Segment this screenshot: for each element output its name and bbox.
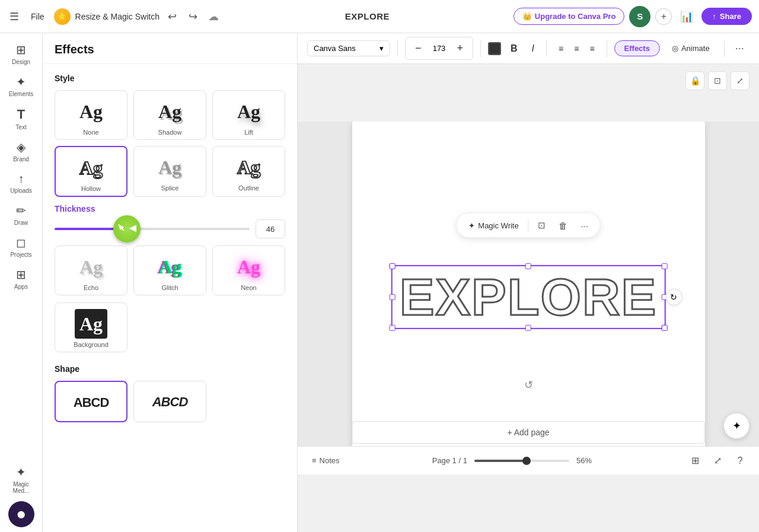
style-lift-label: Lift [244,129,253,136]
zoom-slider[interactable] [474,460,569,462]
style-neon[interactable]: Ag Neon [212,246,285,295]
italic-button[interactable]: I [527,40,539,57]
style-background[interactable]: Ag Background [55,302,127,352]
magic-write-icon: ✦ [468,221,475,230]
fullscreen-button[interactable]: ⤢ [708,451,727,470]
canvas-background[interactable]: ✦ Magic Write ⊡ 🗑 ··· [298,122,759,474]
style-background-preview: Ag [75,309,107,339]
align-left-button[interactable]: ≡ [554,41,568,56]
thickness-slider[interactable] [55,223,250,235]
magic-icon: ✦ [16,465,26,479]
style-glitch[interactable]: Ag Glitch [133,246,206,295]
style-echo[interactable]: Ag Echo [55,246,127,295]
sidebar-item-elements[interactable]: ✦ Elements [4,70,39,101]
zoom-thumb[interactable] [522,457,531,465]
thickness-row: 46 [55,219,285,238]
sidebar-item-brand[interactable]: ◈ Brand [4,135,39,166]
toolbar-sep [528,219,529,231]
text-element-selected[interactable]: ↻ EXPLORE [391,265,666,329]
redo-button[interactable]: ↪ [185,8,201,26]
shape-section-label: Shape [55,364,285,374]
expand-button[interactable]: ⤢ [731,71,750,90]
canva-logo: ⭐ [54,8,71,25]
align-right-button[interactable]: ≡ [585,41,599,56]
shape-italic[interactable]: ABCD [133,381,206,422]
rotate-handle[interactable]: ↻ [665,288,682,305]
document-title[interactable]: EXPLORE [345,11,390,21]
effects-button[interactable]: Effects [614,40,660,56]
thickness-thumb[interactable] [113,215,141,243]
file-button[interactable]: File [26,9,49,24]
lock-button[interactable]: 🔒 [685,71,704,90]
style-outline-label: Outline [238,184,259,192]
brand-icon: ◈ [17,140,25,154]
resize-handle-bm[interactable] [525,324,531,330]
shape-italic-preview: ABCD [152,387,188,417]
resize-handle-br[interactable] [661,324,667,330]
style-splice[interactable]: Ag Splice [133,146,206,197]
sidebar-item-projects[interactable]: ◻ Projects [4,231,39,262]
assistant-button[interactable]: ✦ [723,413,750,439]
font-size-minus[interactable]: − [410,39,426,58]
style-section-label: Style [55,74,285,83]
element-more-button[interactable]: ··· [576,217,593,234]
style-outline[interactable]: Ag Outline [212,146,285,197]
resize-handle-tl[interactable] [390,263,396,269]
sidebar-item-label: Projects [10,251,31,258]
resize-handle-tm[interactable] [525,263,531,269]
font-size-plus[interactable]: + [452,39,468,58]
style-none[interactable]: Ag None [55,90,127,140]
sidebar-item-text[interactable]: T Text [4,102,39,134]
bottom-bar: ≡ Notes Page 1 / 1 56% [298,446,759,474]
refresh-icon[interactable]: ↺ [519,375,538,394]
style-background-label: Background [74,341,109,348]
help-button[interactable]: ? [731,451,750,470]
add-page-button[interactable]: + Add page [352,421,705,444]
sidebar-item-design[interactable]: ⊞ Design [4,38,39,69]
magic-circle-button[interactable]: ⬤ [8,501,34,527]
toolbar-separator-3 [546,40,547,57]
duplicate-button[interactable]: ⊡ [708,71,727,90]
style-none-label: None [83,129,98,136]
share-button[interactable]: ↑ Share [701,8,752,25]
toolbar-separator-4 [607,40,607,57]
resize-handle-ml[interactable] [390,294,396,300]
sidebar-item-apps[interactable]: ⊞ Apps [4,263,39,294]
bold-button[interactable]: B [506,40,522,57]
grid-view-button[interactable]: ⊞ [685,451,704,470]
user-avatar[interactable]: S [629,6,650,27]
thickness-label: Thickness [55,204,285,214]
style-hollow[interactable]: Ag Hollow [55,146,127,197]
resize-handle-tr[interactable] [661,263,667,269]
style-shadow[interactable]: Ag Shadow [133,90,206,140]
sidebar-item-magic[interactable]: ✦ Magic Med... [4,460,39,498]
shape-normal[interactable]: ABCD [55,381,127,422]
topbar-title: Resize & Magic Switch [75,12,160,21]
copy-element-button[interactable]: ⊡ [534,217,550,234]
upgrade-button[interactable]: 👑 Upgrade to Canva Pro [514,8,625,25]
add-profile-button[interactable]: + [655,8,672,25]
style-section: Style Ag None Ag Shadow Ag Lift [43,64,297,202]
sidebar-item-uploads[interactable]: ↑ Uploads [4,167,39,197]
analytics-icon[interactable]: 📊 [677,8,697,26]
notes-button[interactable]: ≡ Notes [307,454,345,467]
delete-element-button[interactable]: 🗑 [555,217,572,234]
zoom-track [474,460,569,462]
sidebar-item-label: Text [15,124,26,130]
style-lift[interactable]: Ag Lift [212,90,285,140]
style-lift-preview: Ag [237,97,260,126]
sidebar-item-label: Apps [14,283,28,290]
align-center-button[interactable]: ≡ [569,41,583,56]
more-options-button[interactable]: ··· [732,40,748,57]
thickness-value[interactable]: 46 [256,219,285,238]
menu-icon[interactable]: ☰ [7,8,21,26]
undo-button[interactable]: ↩ [164,8,180,26]
share-icon: ↑ [712,12,716,21]
font-size-input[interactable] [429,44,450,53]
sidebar-item-draw[interactable]: ✏ Draw [4,199,39,230]
animate-button[interactable]: ◎ Animate [665,41,717,56]
resize-handle-bl[interactable] [390,324,396,330]
font-family-select[interactable]: Canva Sans ▾ [307,40,390,56]
text-color-swatch[interactable] [488,42,501,55]
magic-write-button[interactable]: ✦ Magic Write [464,219,523,232]
